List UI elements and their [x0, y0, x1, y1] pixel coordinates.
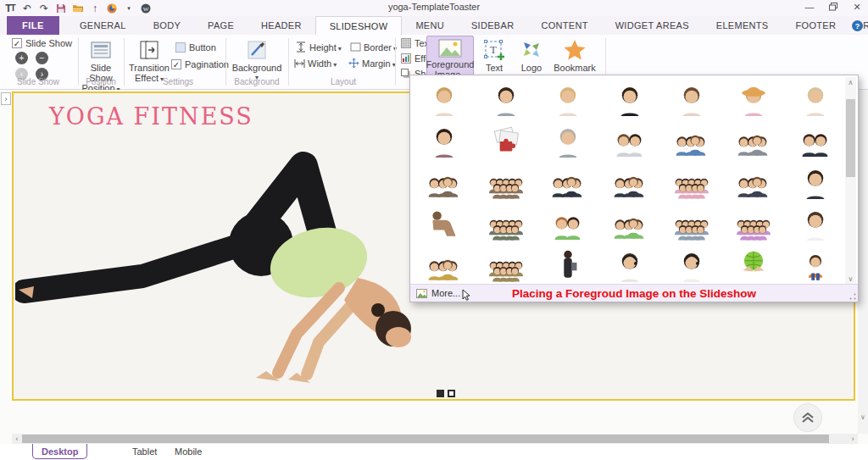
close-button[interactable]: ✕: [851, 1, 863, 13]
group-label-position: Position: [81, 77, 120, 86]
border-icon: [349, 42, 361, 53]
svg-text:T: T: [490, 43, 497, 56]
gallery-thumbnail-group[interactable]: [722, 119, 784, 161]
scroll-right-icon[interactable]: [848, 434, 858, 444]
pagination-checkbox[interactable]: Pagination: [171, 59, 229, 69]
gallery-thumbnail-pair[interactable]: [599, 119, 661, 161]
gallery-thumbnail-pair[interactable]: [784, 119, 846, 161]
border-label: Border: [364, 42, 397, 53]
gallery-thumbnail-group[interactable]: [599, 161, 661, 202]
gallery-thumbnail-portrait[interactable]: [537, 78, 599, 119]
device-tab-desktop[interactable]: Desktop: [32, 444, 87, 459]
margin-button[interactable]: Margin: [348, 58, 396, 69]
help-icon[interactable]: ?: [852, 20, 863, 31]
foreground-image-button[interactable]: Foreground Image: [426, 36, 474, 76]
tab-slideshow[interactable]: SLIDESHOW: [315, 16, 403, 35]
gallery-thumbnail-group[interactable]: [537, 161, 599, 202]
horizontal-scrollbar[interactable]: [12, 434, 858, 444]
site-title[interactable]: YOGA FITNESS: [49, 103, 253, 130]
pagination-dot[interactable]: [448, 390, 455, 397]
gallery-thumbnail-portrait[interactable]: [784, 78, 846, 119]
gallery-thumbnail-crowd[interactable]: [660, 202, 722, 243]
gallery-thumbnail-puzzle[interactable]: [476, 119, 537, 161]
height-button[interactable]: Height: [295, 42, 342, 53]
gallery-thumbnail-crowd[interactable]: [722, 202, 784, 243]
width-button[interactable]: Width: [293, 58, 337, 69]
border-button[interactable]: Border: [349, 42, 397, 53]
tab-header[interactable]: HEADER: [248, 16, 315, 35]
device-tab-bar: DesktopTabletMobile: [0, 444, 868, 460]
slideshow-position-button[interactable]: Slide Show Position: [81, 36, 120, 96]
tab-content[interactable]: CONTENT: [527, 16, 601, 35]
add-slide-button[interactable]: +: [15, 52, 28, 64]
gallery-thumbnail-child[interactable]: [784, 243, 846, 285]
gallery-scroll-up-icon[interactable]: [845, 77, 856, 88]
group-label-slide-show: Slide Show: [8, 77, 68, 86]
remove-slide-button[interactable]: −: [36, 52, 48, 64]
pagination-dot-active[interactable]: [437, 390, 444, 397]
gallery-thumbnail-crowd[interactable]: [476, 161, 537, 202]
gallery-thumbnail-seated[interactable]: [414, 202, 476, 243]
gallery-thumbnail-globe[interactable]: [722, 243, 784, 285]
margin-label: Margin: [362, 58, 396, 69]
device-tab-mobile[interactable]: Mobile: [166, 444, 210, 459]
gallery-thumbnail-portrait[interactable]: [537, 119, 599, 161]
ribbon-tab-row: FILE GENERALBODYPAGEHEADERSLIDESHOWMENUS…: [0, 16, 868, 35]
tab-widget-areas[interactable]: WIDGET AREAS: [602, 16, 703, 35]
gallery-thumbnail-crowd[interactable]: [476, 243, 537, 285]
scroll-left-icon[interactable]: [12, 434, 22, 444]
panel-expander-button[interactable]: ›: [1, 92, 11, 105]
tab-sidebar[interactable]: SIDEBAR: [458, 16, 527, 35]
tab-page[interactable]: PAGE: [194, 16, 248, 35]
scroll-down-icon[interactable]: [858, 412, 868, 422]
button-checkbox[interactable]: Button: [175, 42, 216, 53]
bookmark-label: Bookmark: [554, 63, 596, 73]
gallery-thumbnail-group[interactable]: [599, 202, 661, 243]
window-title: yoga-TemplateToaster: [0, 2, 868, 12]
gallery-thumbnail-portrait[interactable]: [414, 78, 476, 119]
slideshow-position-icon: [91, 39, 111, 61]
tab-footer[interactable]: FOOTER: [782, 16, 850, 35]
gallery-thumbnail-group[interactable]: [414, 243, 476, 285]
tab-file[interactable]: FILE: [7, 16, 59, 35]
gallery-scrollbar[interactable]: [845, 77, 856, 285]
scroll-to-top-button[interactable]: [793, 403, 822, 432]
gallery-thumbnail-group[interactable]: [722, 161, 784, 202]
gallery-thumbnail-group[interactable]: [414, 161, 476, 202]
minimize-button[interactable]: —: [804, 1, 815, 13]
gallery-thumbnail-portrait[interactable]: [784, 161, 846, 202]
gallery-thumbnail-group[interactable]: [660, 119, 722, 161]
texture-icon: [400, 37, 412, 48]
horizontal-scrollbar-thumb[interactable]: [22, 435, 829, 443]
button-checkbox-label: Button: [189, 42, 216, 53]
gallery-thumbnail-portrait[interactable]: [599, 78, 661, 119]
slideshow-enable-checkbox[interactable]: Slide Show: [12, 38, 72, 48]
gallery-thumbnail-hat[interactable]: [722, 78, 784, 119]
gallery-thumbnail-portrait[interactable]: [784, 202, 846, 243]
background-label: Background: [232, 63, 282, 73]
text-areas-icon: T: [483, 39, 505, 61]
device-tab-tablet[interactable]: Tablet: [124, 444, 165, 459]
background-brush-icon: [247, 39, 267, 61]
gallery-scrollbar-thumb[interactable]: [846, 99, 855, 177]
gallery-thumbnail-crowd[interactable]: [660, 161, 722, 202]
tab-elements[interactable]: ELEMENTS: [703, 16, 782, 35]
gallery-thumbnail-standing[interactable]: [537, 243, 599, 285]
tab-menu[interactable]: MENU: [402, 16, 458, 35]
slideshow-foreground-image[interactable]: [15, 129, 424, 396]
gallery-thumbnail-portrait[interactable]: [660, 78, 722, 119]
gallery-thumbnail-headset[interactable]: [599, 243, 661, 285]
gallery-thumbnail-pair[interactable]: [537, 202, 599, 243]
resize-grip-icon[interactable]: [849, 293, 856, 300]
gallery-thumbnail-portrait[interactable]: [414, 119, 476, 161]
restore-button[interactable]: [827, 1, 839, 13]
gallery-thumbnail-crowd[interactable]: [476, 202, 537, 243]
tab-general[interactable]: GENERAL: [66, 16, 140, 35]
gallery-thumbnail-headset[interactable]: [660, 243, 722, 285]
vertical-scrollbar[interactable]: [858, 90, 868, 434]
gallery-thumbnail-portrait[interactable]: [476, 78, 537, 119]
foreground-image-icon: [438, 39, 462, 58]
tab-body[interactable]: BODY: [140, 16, 194, 35]
slideshow-checkbox-label: Slide Show: [25, 38, 72, 48]
foreground-image-gallery-dropdown: More... Placing a Foregroud Image on the…: [409, 75, 859, 302]
